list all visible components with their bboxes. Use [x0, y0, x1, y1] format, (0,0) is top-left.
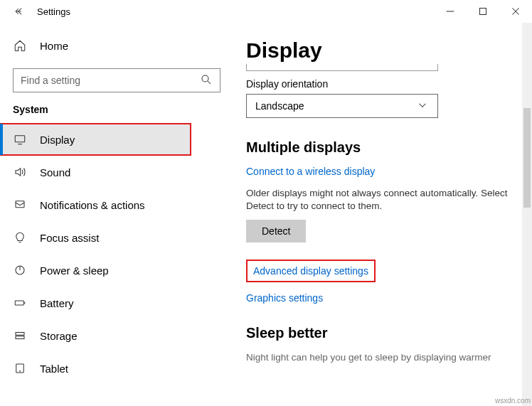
page-title: Display — [246, 38, 518, 63]
window-controls — [434, 0, 532, 23]
home-label: Home — [40, 40, 68, 52]
detect-description: Older displays might not always connect … — [246, 187, 518, 213]
sidebar-item-notifications[interactable]: Notifications & actions — [0, 189, 191, 220]
home-nav[interactable]: Home — [0, 30, 233, 61]
battery-icon — [13, 296, 27, 310]
sidebar-item-label: Storage — [40, 330, 78, 342]
svg-rect-2 — [15, 136, 25, 142]
main-panel: Display Display orientation Landscape Mu… — [233, 23, 532, 406]
watermark: wsxdn.com — [495, 397, 531, 405]
minimize-button[interactable] — [434, 0, 467, 23]
close-button[interactable] — [499, 0, 532, 23]
sidebar-item-label: Tablet — [40, 363, 68, 375]
sidebar-item-power-sleep[interactable]: Power & sleep — [0, 255, 191, 286]
sidebar-item-label: Power & sleep — [40, 265, 109, 277]
scroll-thumb[interactable] — [523, 108, 531, 208]
advanced-display-link[interactable]: Advanced display settings — [253, 265, 368, 277]
svg-point-1 — [202, 75, 208, 82]
display-icon — [13, 132, 27, 146]
notifications-icon — [13, 198, 27, 212]
maximize-button[interactable] — [467, 0, 499, 23]
sidebar-item-label: Sound — [40, 166, 70, 178]
sidebar-item-label: Focus assist — [40, 232, 99, 244]
chevron-down-icon — [416, 99, 429, 114]
previous-field-outline — [246, 64, 438, 71]
close-icon — [509, 5, 522, 18]
sidebar-item-display[interactable]: Display — [0, 124, 191, 155]
svg-rect-0 — [480, 9, 486, 15]
sidebar-item-label: Battery — [40, 297, 74, 309]
titlebar: Settings — [0, 0, 532, 23]
sleep-better-heading: Sleep better — [246, 325, 518, 341]
scrollbar[interactable] — [522, 23, 532, 406]
svg-point-9 — [20, 370, 21, 371]
search-icon — [200, 73, 213, 88]
sidebar-item-storage[interactable]: Storage — [0, 320, 191, 351]
window-title: Settings — [34, 6, 70, 17]
svg-rect-3 — [16, 201, 24, 208]
svg-rect-6 — [16, 333, 24, 336]
maximize-icon — [477, 5, 489, 18]
detect-button[interactable]: Detect — [246, 220, 306, 242]
multiple-displays-heading: Multiple displays — [246, 139, 518, 156]
sleep-description: Night light can help you get to sleep by… — [246, 351, 518, 364]
search-input[interactable]: Find a setting — [13, 68, 220, 92]
sidebar: Home Find a setting System Display Sound — [0, 23, 233, 406]
tablet-icon — [13, 361, 27, 375]
sidebar-item-tablet[interactable]: Tablet — [0, 353, 191, 384]
sidebar-item-battery[interactable]: Battery — [0, 287, 191, 319]
home-icon — [13, 38, 27, 53]
back-button[interactable] — [6, 0, 34, 23]
content-area: Home Find a setting System Display Sound — [0, 23, 532, 406]
svg-rect-7 — [16, 336, 24, 339]
wireless-display-link[interactable]: Connect to a wireless display — [246, 166, 518, 177]
orientation-label: Display orientation — [246, 78, 518, 90]
focus-assist-icon — [13, 230, 27, 245]
orientation-value: Landscape — [255, 100, 304, 112]
sidebar-item-label: Display — [40, 134, 75, 146]
svg-rect-5 — [15, 301, 23, 305]
sidebar-item-label: Notifications & actions — [40, 199, 145, 211]
search-placeholder: Find a setting — [21, 75, 80, 86]
advanced-display-link-highlight: Advanced display settings — [246, 260, 376, 282]
sound-icon — [13, 165, 27, 179]
graphics-settings-link[interactable]: Graphics settings — [246, 292, 518, 304]
minimize-icon — [444, 5, 457, 18]
system-section-title: System — [0, 104, 233, 122]
arrow-left-icon — [14, 5, 26, 18]
sidebar-item-focus-assist[interactable]: Focus assist — [0, 222, 191, 253]
power-icon — [13, 263, 27, 277]
orientation-dropdown[interactable]: Landscape — [246, 94, 438, 118]
storage-icon — [13, 328, 27, 343]
sidebar-item-sound[interactable]: Sound — [0, 156, 191, 188]
